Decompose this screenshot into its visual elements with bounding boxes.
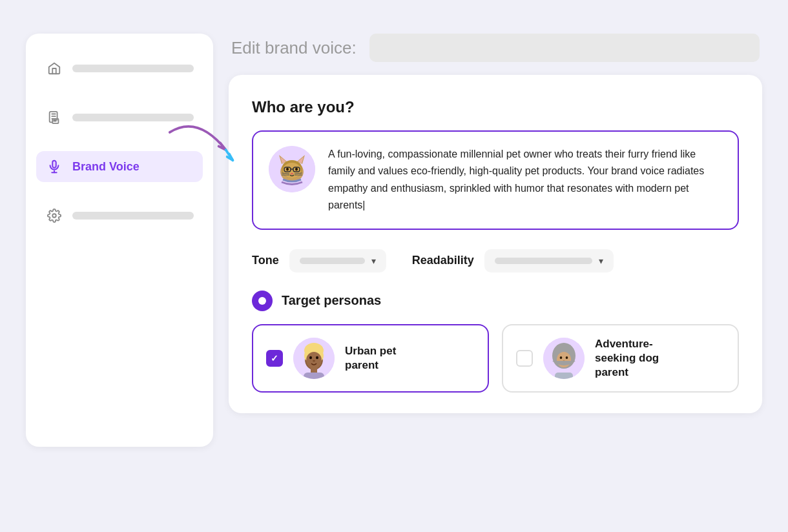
tone-dropdown-arrow: ▾ <box>371 256 376 266</box>
persona-adventure-avatar <box>543 338 585 379</box>
svg-point-19 <box>291 173 293 174</box>
brand-voice-name-input[interactable] <box>369 34 760 62</box>
tone-dropdown-bar <box>300 258 365 264</box>
readability-label: Readability <box>412 254 474 267</box>
svg-point-31 <box>316 356 318 359</box>
svg-point-5 <box>52 214 56 218</box>
brand-voice-avatar <box>269 146 315 192</box>
edit-brand-voice-title: Edit brand voice: <box>231 38 357 58</box>
brand-voice-box[interactable]: A fun-loving, compassionate millennial p… <box>252 130 739 230</box>
sidebar: Brand Voice <box>26 34 213 447</box>
persona-urban-avatar <box>293 338 335 379</box>
home-icon <box>45 59 63 77</box>
svg-point-38 <box>560 356 563 359</box>
tone-label: Tone <box>252 254 279 267</box>
persona-urban-checkbox[interactable] <box>266 350 283 367</box>
sidebar-home-label-bar <box>72 65 194 72</box>
svg-rect-34 <box>304 373 324 379</box>
sidebar-docs-label-bar <box>72 114 194 121</box>
docs-icon <box>45 108 63 127</box>
sidebar-settings-label-bar <box>72 212 194 220</box>
sidebar-item-brand-voice[interactable]: Brand Voice <box>36 151 203 182</box>
persona-adventure-checkbox[interactable] <box>516 350 533 367</box>
target-personas-icon <box>252 291 273 311</box>
tone-dropdown[interactable]: ▾ <box>289 249 386 272</box>
persona-urban-name: Urban petparent <box>345 344 396 373</box>
svg-point-17 <box>286 168 289 171</box>
mic-icon <box>45 158 63 176</box>
main-card: Who are you? <box>229 75 762 413</box>
svg-rect-41 <box>555 373 573 379</box>
tone-readability-row: Tone ▾ Readability ▾ <box>252 249 739 272</box>
persona-adventure-name: Adventure-seeking dogparent <box>595 337 659 380</box>
brand-voice-text[interactable]: A fun-loving, compassionate millennial p… <box>328 146 722 214</box>
who-are-you-heading: Who are you? <box>252 98 739 116</box>
sidebar-item-home[interactable] <box>36 53 203 84</box>
svg-point-18 <box>295 168 298 171</box>
svg-point-32 <box>313 360 315 362</box>
readability-dropdown-arrow: ▾ <box>599 256 603 266</box>
sidebar-brand-voice-label: Brand Voice <box>72 160 140 174</box>
svg-rect-33 <box>311 368 317 373</box>
svg-rect-2 <box>52 161 56 168</box>
settings-icon <box>45 207 63 225</box>
sidebar-item-settings[interactable] <box>36 200 203 231</box>
readability-dropdown[interactable]: ▾ <box>484 249 614 272</box>
main-content: Edit brand voice: Who are you? <box>229 34 762 413</box>
persona-row: Urban petparent <box>252 324 739 393</box>
sidebar-item-docs[interactable] <box>36 102 203 133</box>
svg-point-30 <box>309 356 312 359</box>
target-personas-heading: Target personas <box>282 293 381 308</box>
svg-point-39 <box>566 356 568 359</box>
target-personas-heading-row: Target personas <box>252 291 739 311</box>
readability-dropdown-bar <box>495 258 592 264</box>
persona-card-urban[interactable]: Urban petparent <box>252 324 489 393</box>
edit-header: Edit brand voice: <box>229 34 762 65</box>
persona-card-adventure[interactable]: Adventure-seeking dogparent <box>502 324 739 393</box>
